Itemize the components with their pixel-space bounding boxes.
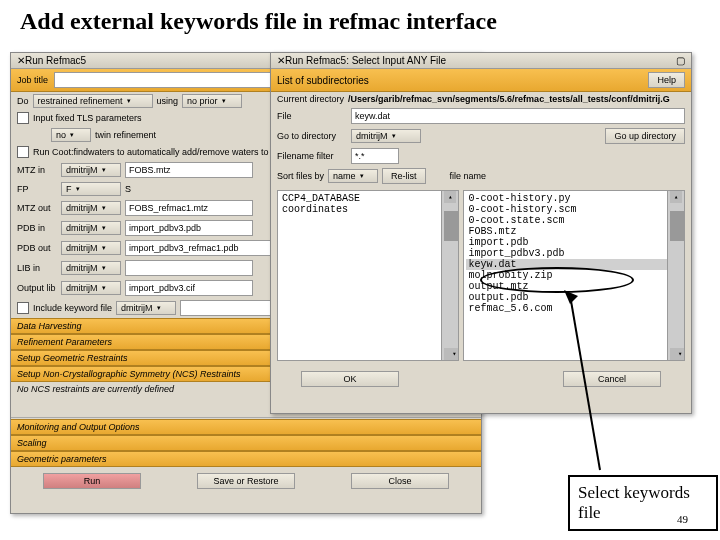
- section-monitoring[interactable]: Monitoring and Output Options: [11, 419, 481, 435]
- file-window-title: Run Refmac5: Select Input ANY File: [285, 55, 446, 66]
- file-item[interactable]: output.pdb: [466, 292, 682, 303]
- list-subdir-label: List of subdirectories: [277, 75, 369, 86]
- pdbin-file-input[interactable]: import_pdbv3.pdb: [125, 220, 253, 236]
- help-button[interactable]: Help: [648, 72, 685, 88]
- ok-button[interactable]: OK: [301, 371, 399, 387]
- twin-label: twin refinement: [95, 130, 156, 140]
- fp-dropdown[interactable]: F: [61, 182, 121, 196]
- mtzout-label: MTZ out: [17, 203, 57, 213]
- dir-listbox[interactable]: CCP4_DATABASE coordinates ▴▾: [277, 190, 459, 361]
- titlebar-close-icon[interactable]: ✕: [277, 55, 285, 66]
- goto-label: Go to directory: [277, 131, 347, 141]
- keyword-checkbox[interactable]: [17, 302, 29, 314]
- tls-checkbox[interactable]: [17, 112, 29, 124]
- titlebar-icon: ✕: [17, 55, 25, 66]
- file-item[interactable]: molprobity.zip: [466, 270, 682, 281]
- ncs-none-label: No NCS restraints are currently defined: [17, 384, 174, 394]
- file-item-selected[interactable]: keyw.dat: [466, 259, 682, 270]
- libin-proj-dropdown[interactable]: dmitrijM: [61, 261, 121, 275]
- page-number: 49: [677, 513, 688, 525]
- prior-dropdown[interactable]: no prior: [182, 94, 242, 108]
- section-geom-params[interactable]: Geometric parameters: [11, 451, 481, 467]
- sort-label: Sort files by: [277, 171, 324, 181]
- sort-dropdown[interactable]: name: [328, 169, 378, 183]
- file-item[interactable]: 0-coot-history.py: [466, 193, 682, 204]
- file-item[interactable]: output.mtz: [466, 281, 682, 292]
- dir-item[interactable]: CCP4_DATABASE: [280, 193, 456, 204]
- dir-scrollbar[interactable]: ▴▾: [441, 191, 458, 360]
- relist-button[interactable]: Re-list: [382, 168, 426, 184]
- titlebar-min-icon[interactable]: ▢: [676, 55, 685, 66]
- callout-text: Select keywords file: [578, 483, 690, 522]
- callout-box: Select keywords file 49: [568, 475, 718, 531]
- goto-dropdown[interactable]: dmitrijM: [351, 129, 421, 143]
- slide-title: Add external keywords file in refmac int…: [0, 0, 720, 43]
- outlib-label: Output lib: [17, 283, 57, 293]
- sig-label: S: [125, 184, 131, 194]
- dir-item[interactable]: coordinates: [280, 204, 456, 215]
- file-item[interactable]: 0-coot.state.scm: [466, 215, 682, 226]
- window-title: Run Refmac5: [25, 55, 86, 66]
- using-label: using: [157, 96, 179, 106]
- twin-no-dropdown[interactable]: no: [51, 128, 91, 142]
- mtzout-file-input[interactable]: FOBS_refmac1.mtz: [125, 200, 253, 216]
- file-scrollbar[interactable]: ▴▾: [667, 191, 684, 360]
- libin-label: LIB in: [17, 263, 57, 273]
- coot-label: Run Coot:findwaters to automatically add…: [33, 147, 269, 157]
- pdbin-proj-dropdown[interactable]: dmitrijM: [61, 221, 121, 235]
- pdbout-proj-dropdown[interactable]: dmitrijM: [61, 241, 121, 255]
- mtzin-label: MTZ in: [17, 165, 57, 175]
- do-dropdown[interactable]: restrained refinement: [33, 94, 153, 108]
- file-item[interactable]: refmac_5.6.com: [466, 303, 682, 314]
- file-input[interactable]: keyw.dat: [351, 108, 685, 124]
- file-item[interactable]: FOBS.mtz: [466, 226, 682, 237]
- section-scaling[interactable]: Scaling: [11, 435, 481, 451]
- filename-col-label: file name: [450, 171, 487, 181]
- coot-checkbox[interactable]: [17, 146, 29, 158]
- go-up-button[interactable]: Go up directory: [605, 128, 685, 144]
- file-label: File: [277, 111, 347, 121]
- mtzin-proj-dropdown[interactable]: dmitrijM: [61, 163, 121, 177]
- libin-file-input[interactable]: [125, 260, 253, 276]
- do-label: Do: [17, 96, 29, 106]
- file-item[interactable]: 0-coot-history.scm: [466, 204, 682, 215]
- keyword-proj-dropdown[interactable]: dmitrijM: [116, 301, 176, 315]
- keyword-label: Include keyword file: [33, 303, 112, 313]
- file-listbox[interactable]: 0-coot-history.py 0-coot-history.scm 0-c…: [463, 190, 685, 361]
- titlebar-file-selector: ✕ Run Refmac5: Select Input ANY File ▢: [271, 53, 691, 69]
- curdir-label: Current directory: [277, 94, 344, 104]
- fp-label: FP: [17, 184, 57, 194]
- mtzout-proj-dropdown[interactable]: dmitrijM: [61, 201, 121, 215]
- pdbin-label: PDB in: [17, 223, 57, 233]
- outlib-file-input[interactable]: import_pdbv3.cif: [125, 280, 253, 296]
- curdir-value: /Users/garib/refmac_svn/segments/5.6/ref…: [348, 94, 670, 104]
- filter-input[interactable]: *.*: [351, 148, 399, 164]
- file-item[interactable]: import_pdbv3.pdb: [466, 248, 682, 259]
- save-restore-button[interactable]: Save or Restore: [197, 473, 295, 489]
- outlib-proj-dropdown[interactable]: dmitrijM: [61, 281, 121, 295]
- pdbout-file-input[interactable]: import_pdbv3_refmac1.pdb: [125, 240, 273, 256]
- filter-label: Filename filter: [277, 151, 347, 161]
- cancel-button[interactable]: Cancel: [563, 371, 661, 387]
- tls-label: Input fixed TLS parameters: [33, 113, 141, 123]
- subdir-bar: List of subdirectories Help: [271, 69, 691, 92]
- mtzin-file-input[interactable]: FOBS.mtz: [125, 162, 253, 178]
- file-item[interactable]: import.pdb: [466, 237, 682, 248]
- window-file-selector: ✕ Run Refmac5: Select Input ANY File ▢ L…: [270, 52, 692, 414]
- close-button[interactable]: Close: [351, 473, 449, 489]
- run-button[interactable]: Run: [43, 473, 141, 489]
- job-title-label: Job title: [17, 75, 48, 85]
- pdbout-label: PDB out: [17, 243, 57, 253]
